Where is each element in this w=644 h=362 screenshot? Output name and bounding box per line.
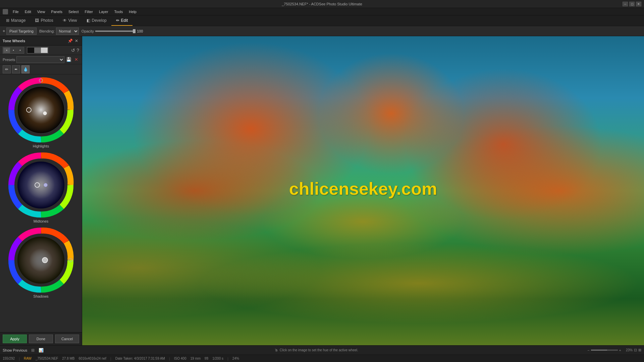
brush-tool-btn[interactable]: ✏ [3,65,11,73]
image-area[interactable]: chlicensekey.com [82,36,644,345]
svg-point-6 [17,162,64,208]
flower-overlay [82,36,644,345]
title-bar: _7502534.NEF* - ACDSee Photo Studio Ulti… [0,0,644,8]
highlights-wheel-wrapper[interactable] [8,77,74,143]
minimize-btn[interactable]: ─ [623,2,628,6]
cancel-button[interactable]: Cancel [55,335,79,343]
menu-layer[interactable]: Layer [96,9,111,14]
menu-panels[interactable]: Panels [48,9,65,14]
pixel-targeting-btn[interactable]: Pixel Targeting [6,27,37,35]
grid-view-icon[interactable]: ⊞ [30,347,36,353]
blending-select[interactable]: Normal Multiply Screen Overlay [56,27,79,35]
highlights-wheel-container: Highlights [4,77,78,148]
toolbar: ⌖ Pixel Targeting Blending: Normal Multi… [0,26,644,36]
tab-develop-label: Develop [92,18,107,23]
tab-manage-label: Manage [11,18,25,23]
opacity-fill [95,31,136,32]
view-btn-3[interactable]: ▪ [17,48,23,53]
delete-preset-btn[interactable]: ✕ [73,57,79,63]
pixel-targeting-section: ⌖ Pixel Targeting [3,27,37,35]
midtones-wheel-wrapper[interactable] [8,152,74,218]
zoom-out-btn[interactable]: − [587,348,589,352]
opacity-thumb[interactable] [133,29,136,33]
menu-edit[interactable]: Edit [22,9,34,14]
zoom-in-btn[interactable]: + [619,348,621,352]
presets-label: Presets [3,58,15,62]
svg-text:↑: ↑ [72,258,74,262]
opacity-value: 100 [137,29,145,33]
panel-pin-btn[interactable]: 📌 [67,38,73,44]
highlights-inner-dot[interactable] [43,112,47,115]
presets-row: Presets 💾 ✕ [0,55,82,64]
menu-help[interactable]: Help [126,9,139,14]
shadows-wheel-svg[interactable]: ↑ [8,227,74,293]
view-btn-2[interactable]: ▪ [10,48,17,53]
help-btn[interactable]: ? [76,48,79,53]
svg-point-8 [17,237,64,284]
chart-icon[interactable]: 📊 [37,347,45,353]
color-picker-tool-btn[interactable]: 💧 [21,65,30,73]
shutter: 1/200 s [212,357,223,360]
eyedropper-tool-btn[interactable]: ✒ [12,65,20,73]
midtones-label: Midtones [34,219,49,223]
tab-view[interactable]: 👁 View [58,15,82,26]
panel-title: Tone Wheels [3,39,25,43]
done-button[interactable]: Done [29,335,53,343]
close-btn[interactable]: ✕ [636,2,641,6]
cursor-hint-text: Click on the image to set the hue of the… [280,348,358,352]
restore-btn[interactable]: ◻ [629,2,635,6]
refresh-btn[interactable]: ↺ [71,48,75,53]
apply-button[interactable]: Apply [3,335,27,343]
edit-icon: ✏ [116,18,119,23]
tab-manage[interactable]: ⊞ Manage [1,15,30,26]
color-swatch-light[interactable] [41,48,48,53]
panel-close-btn[interactable]: ✕ [74,38,79,44]
color-swatch-dark[interactable] [28,48,34,53]
tab-photos-label: Photos [41,18,53,23]
opacity-label: Opacity [82,29,94,33]
menu-tools[interactable]: Tools [112,9,126,14]
tab-edit[interactable]: ✏ Edit [111,15,133,26]
blending-section: Blending: Normal Multiply Screen Overlay [39,27,79,35]
menu-bar: File Edit View Panels Select Filter Laye… [0,8,644,15]
menu-select[interactable]: Select [66,9,82,14]
pixel-targeting-label: Pixel Targeting [9,29,34,33]
panel-header: Tone Wheels 📌 ✕ [0,36,82,46]
zoom-slider[interactable] [591,350,618,351]
cursor-icon: 🖱 [274,348,278,353]
midtones-wheel-svg[interactable] [8,152,74,218]
menu-filter[interactable]: Filter [82,9,96,14]
date-taken: Date Taken: 4/3/2017 7:31:59 AM [115,357,165,360]
tool-icons-row: ✏ ✒ 💧 [0,64,82,74]
save-preset-btn[interactable]: 💾 [66,57,72,63]
menu-file[interactable]: File [10,9,21,14]
shadows-label: Shadows [33,294,48,298]
filesize: 27.8 MB [62,357,74,360]
pixel-targeting-icon: ⌖ [3,28,5,34]
shadows-wheel-wrapper[interactable]: ↑ [8,227,74,293]
bottom-buttons: Apply Done Cancel [0,332,82,345]
filename: _7502534.NEF [36,357,58,360]
bottom-toolbar: Show Previous ⊞ 📊 🖱 Click on the image t… [0,345,644,355]
presets-select[interactable] [16,56,64,63]
midtones-inner-dot[interactable] [44,183,47,187]
menu-view[interactable]: View [35,9,48,14]
shadows-wheel-container: ↑ Shadows [4,227,78,298]
view-btn-1[interactable]: ▪ [3,48,10,53]
blending-label: Blending: [39,29,55,33]
opacity-slider[interactable] [95,31,136,32]
zoom-actual-btn[interactable]: ⊞ [638,348,641,352]
tab-develop[interactable]: ◧ Develop [82,15,111,26]
zoom-display: 24% [232,357,239,360]
raw-badge: RAW [24,357,32,360]
nav-tabs: ⊞ Manage 🖼 Photos 👁 View ◧ Develop ✏ Edi… [0,15,644,26]
zoom-fit-btn[interactable]: ⊡ [634,348,637,352]
tab-photos[interactable]: 🖼 Photos [30,15,58,26]
window-controls: ─ ◻ ✕ [623,2,641,6]
color-swatch-mid[interactable] [34,48,41,53]
app-logo [3,9,8,14]
highlights-wheel-svg[interactable] [8,77,74,143]
develop-icon: ◧ [87,18,90,23]
show-previous-button[interactable]: Show Previous [3,348,27,352]
shadows-inner-dot[interactable] [42,257,48,263]
